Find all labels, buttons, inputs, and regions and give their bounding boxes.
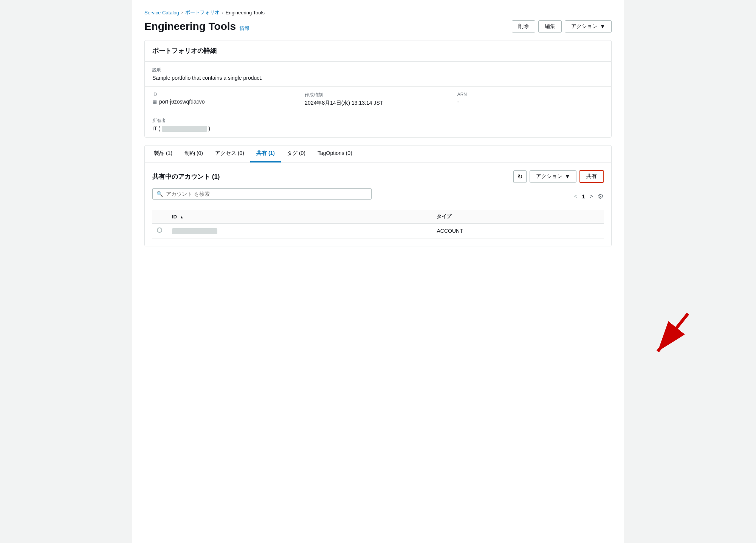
row-type-cell: ACCOUNT [432,223,604,238]
col-type: タイプ [432,210,604,223]
portfolio-details-header: ポートフォリオの詳細 [145,40,611,62]
tab-tags[interactable]: タグ (0) [281,145,311,162]
created-section: 作成時刻 2024年8月14日(水) 13:13:14 JST [305,92,451,107]
row-id-redacted [172,228,217,234]
owner-label: 所有者 [152,118,604,124]
share-action-button[interactable]: アクション ▼ [530,170,576,183]
next-page-button[interactable]: > [587,192,595,201]
description-label: 説明 [152,67,604,73]
detail-grid: ID ▦ port-j6zoswqfdacvo 作成時刻 2024年8月14日(… [145,87,611,112]
share-button[interactable]: 共有 [579,170,604,183]
tab-share[interactable]: 共有 (1) [250,145,281,162]
arn-label: ARN [457,92,604,97]
col-id[interactable]: ID ▲ [167,210,432,223]
col-id-label: ID [172,214,177,220]
tab-tagoptions[interactable]: TagOptions (0) [311,145,358,162]
id-section: ID ▦ port-j6zoswqfdacvo [152,92,299,107]
page-header: Engineering Tools 情報 削除 編集 アクション ▼ [144,20,612,32]
row-select-cell[interactable] [152,223,167,238]
page-title: Engineering Tools [144,20,236,32]
search-input[interactable] [166,191,367,197]
table-row: ACCOUNT [152,223,604,238]
page-info-badge[interactable]: 情報 [240,25,249,32]
share-section-header: 共有中のアカウント (1) ↻ アクション ▼ 共有 [152,170,604,183]
id-value: port-j6zoswqfdacvo [159,99,205,105]
share-action-label: アクション [536,173,562,180]
share-section-title: 共有中のアカウント (1) [152,172,220,181]
action-button-label: アクション [571,23,598,30]
tab-constraints[interactable]: 制約 (0) [178,145,209,162]
page-header-left: Engineering Tools 情報 [144,20,249,32]
row-radio[interactable] [157,227,162,233]
owner-value: IT ( ) [152,125,604,132]
owner-redacted [162,126,207,132]
share-action-arrow: ▼ [565,173,570,179]
portfolio-details-card: ポートフォリオの詳細 説明 Sample portfolio that cont… [144,40,612,138]
share-tab-content: 共有中のアカウント (1) ↻ アクション ▼ 共有 🔍 < [145,162,611,246]
share-section-actions: ↻ アクション ▼ 共有 [513,170,604,183]
description-section: 説明 Sample portfolio that contains a sing… [145,62,611,87]
breadcrumb-portfolio[interactable]: ポートフォリオ [185,9,220,16]
tab-products[interactable]: 製品 (1) [148,145,178,162]
breadcrumb-sep-1: › [181,10,183,15]
copy-icon[interactable]: ▦ [152,99,157,105]
owner-paren-close: ) [209,125,211,131]
table-settings-button[interactable]: ⚙ [598,192,604,201]
portfolio-details-title: ポートフォリオの詳細 [152,46,604,55]
id-label: ID [152,92,299,97]
svg-line-1 [658,314,688,351]
tabs-container: 製品 (1) 制約 (0) アクセス (0) 共有 (1) タグ (0) Tag… [144,145,612,246]
tabs-bar: 製品 (1) 制約 (0) アクセス (0) 共有 (1) タグ (0) Tag… [145,145,611,162]
prev-page-button[interactable]: < [572,192,580,201]
col-select [152,210,167,223]
action-button[interactable]: アクション ▼ [565,20,612,32]
current-page: 1 [582,193,585,200]
table-header-row: ID ▲ タイプ [152,210,604,223]
arn-value: - [457,99,604,105]
search-icon: 🔍 [156,191,163,197]
breadcrumb-service-catalog[interactable]: Service Catalog [144,10,179,15]
id-value-cell: ▦ port-j6zoswqfdacvo [152,99,299,105]
created-label: 作成時刻 [305,92,451,98]
breadcrumb-current: Engineering Tools [226,10,265,15]
breadcrumb-sep-2: › [222,10,223,15]
refresh-button[interactable]: ↻ [513,170,527,183]
pagination: < 1 > ⚙ [572,192,604,201]
tab-access[interactable]: アクセス (0) [209,145,250,162]
description-value: Sample portfolio that contains a single … [152,75,604,81]
arn-section: ARN - [457,92,604,107]
owner-section: 所有者 IT ( ) [145,112,611,137]
edit-button[interactable]: 編集 [538,20,562,32]
created-value: 2024年8月14日(水) 13:13:14 JST [305,100,451,107]
search-pagination-row: 🔍 < 1 > ⚙ [152,188,604,205]
sort-asc-icon: ▲ [180,215,184,219]
delete-button[interactable]: 削除 [512,20,535,32]
action-button-arrow: ▼ [600,23,605,29]
breadcrumb: Service Catalog › ポートフォリオ › Engineering … [144,9,612,16]
page-header-actions: 削除 編集 アクション ▼ [512,20,612,32]
search-box[interactable]: 🔍 [152,188,372,200]
row-id-cell [167,223,432,238]
accounts-table: ID ▲ タイプ ACCOUNT [152,210,604,238]
